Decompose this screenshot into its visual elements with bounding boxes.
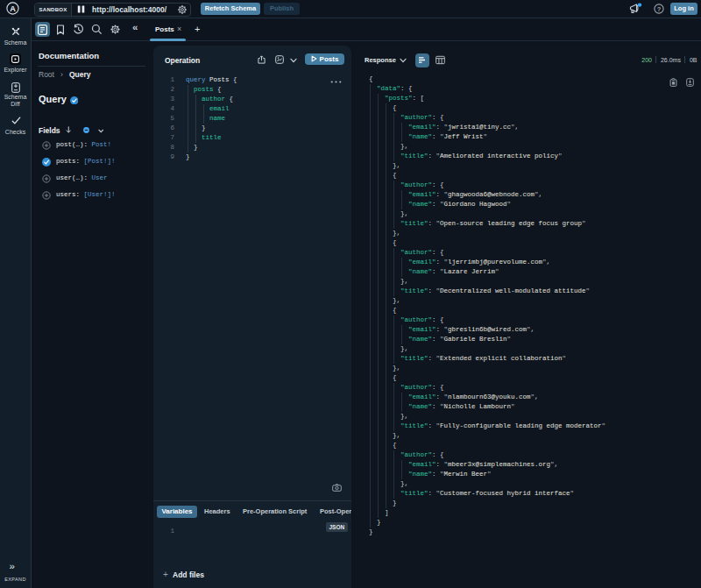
svg-text:A: A [10,4,16,13]
svg-text:?: ? [657,5,662,13]
